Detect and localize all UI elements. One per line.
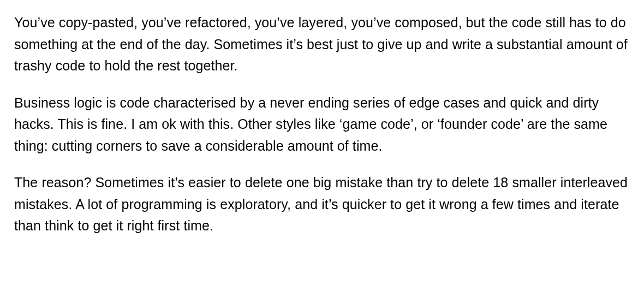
paragraph-3: The reason? Sometimes it’s easier to del… [14,172,630,237]
paragraph-2: Business logic is code characterised by … [14,92,630,157]
paragraph-1: You’ve copy-pasted, you’ve refactored, y… [14,12,630,77]
